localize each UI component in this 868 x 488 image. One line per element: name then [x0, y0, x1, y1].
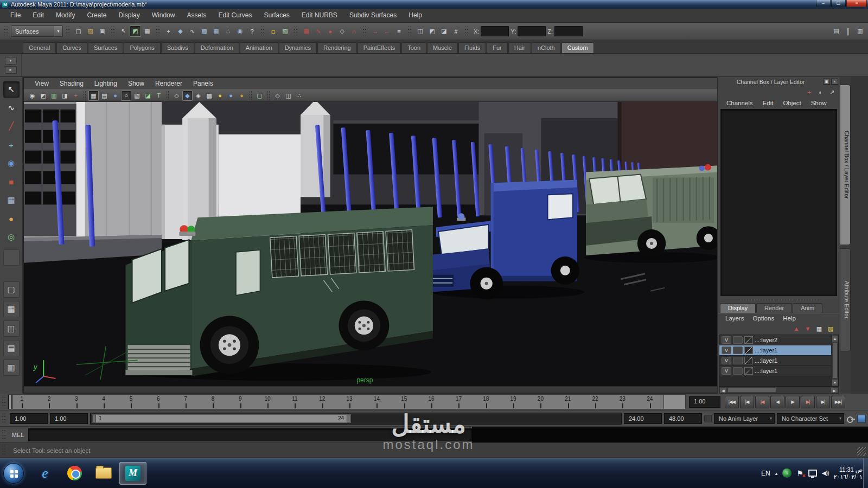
step-forward-frame-button[interactable]: ▶| [816, 396, 830, 408]
layer-editor-menu-item[interactable]: Help [778, 313, 800, 323]
layer-playback-toggle[interactable] [733, 367, 743, 375]
speed-control-icon[interactable]: ◐ [816, 88, 825, 97]
show-desktop-button[interactable] [863, 458, 868, 488]
hyperbolic-arrow-icon[interactable]: ↗ [827, 88, 837, 97]
scale-tool[interactable]: ■ [3, 174, 20, 190]
frame-tick[interactable]: 10 [254, 395, 281, 409]
viewport-menu-item[interactable]: Renderer [150, 78, 188, 89]
layer-playback-toggle[interactable] [733, 346, 743, 354]
shelf-tab[interactable]: Toon [401, 42, 426, 53]
menu-item[interactable]: Subdiv Surfaces [343, 9, 403, 22]
anim-layer-dropdown[interactable]: No Anim Layer ▾ [714, 413, 775, 424]
frame-tick[interactable]: 13 [336, 395, 363, 409]
maximize-button[interactable]: ▢ [831, 0, 846, 7]
shelf-tab[interactable]: Custom [561, 42, 594, 53]
open-render-view-icon[interactable]: ◫ [414, 25, 426, 37]
shelf-tab[interactable]: Polygons [124, 42, 160, 53]
move-layer-down-icon[interactable]: ▼ [803, 324, 813, 333]
shelf-tab[interactable]: Dynamics [279, 42, 317, 53]
manipulator-axis-icon[interactable]: + [805, 88, 814, 97]
volume-icon[interactable]: ◀)) [822, 470, 829, 477]
taskbar-ie[interactable]: e [31, 462, 59, 485]
menu-item[interactable]: Surfaces [258, 9, 296, 22]
time-slider[interactable]: 123456789101112131415161718192021222324 [8, 394, 664, 409]
tab-channel-box[interactable]: Channel Box / Layer Editor [840, 85, 851, 245]
save-scene-icon[interactable]: ▣ [97, 25, 108, 37]
frame-tick[interactable]: 21 [554, 395, 582, 409]
menu-item[interactable]: Assets [181, 9, 212, 22]
frame-tick[interactable]: 9 [227, 395, 254, 409]
mask-surfaces-icon[interactable]: ▩ [199, 25, 210, 37]
channel-list-area[interactable] [720, 109, 837, 296]
frame-tick[interactable]: 20 [527, 395, 554, 409]
mask-curves-icon[interactable]: ∿ [187, 25, 198, 37]
range-slider-track[interactable]: 1 24 [90, 413, 622, 425]
menu-item[interactable]: Edit Curves [212, 9, 258, 22]
viewport-menu-item[interactable]: Panels [188, 78, 219, 89]
snap-to-grids-icon[interactable]: ▦ [301, 25, 312, 37]
select-tool[interactable]: ↖ [3, 81, 20, 98]
mask-points-icon[interactable]: + [163, 25, 174, 37]
output-connections-icon[interactable]: ← [381, 25, 393, 37]
frame-tick[interactable]: 24 [636, 395, 663, 409]
action-center-icon[interactable]: ⚑× [796, 469, 803, 478]
layer-row[interactable]: V ...:layer1 [719, 366, 831, 376]
frame-tick[interactable]: 7 [172, 395, 199, 409]
shelf-tab[interactable]: General [23, 42, 56, 53]
render-current-frame-icon[interactable]: ◩ [426, 25, 438, 37]
toggle-attribute-editor-icon[interactable]: ▥ [854, 25, 866, 37]
menu-item[interactable]: File [4, 9, 27, 22]
playback-start-field[interactable]: 1.00 [10, 413, 48, 424]
panel-float-icon[interactable]: ▣ [823, 79, 830, 85]
new-layer-from-selected-icon[interactable]: ▧ [826, 324, 835, 333]
viewport-menu-item[interactable]: View [29, 78, 54, 89]
snap-to-curves-icon[interactable]: ∿ [312, 25, 324, 37]
playback-end-field[interactable]: 24.00 [624, 413, 662, 424]
xray-icon[interactable]: ◇ [272, 91, 283, 101]
bounding-box-icon[interactable]: ◈ [193, 91, 203, 101]
construction-history-icon[interactable]: ≡ [393, 25, 405, 37]
scroll-left-icon[interactable]: ◀ [719, 387, 727, 393]
minimize-button[interactable]: ‒ [816, 0, 831, 7]
safe-title-icon[interactable]: T [154, 91, 164, 101]
menu-item[interactable]: Window [146, 9, 181, 22]
channel-box-menu-item[interactable]: Edit [758, 98, 778, 108]
frame-tick[interactable]: 22 [582, 395, 609, 409]
camera-attributes-icon[interactable]: ◩ [38, 91, 48, 101]
soft-modification-tool[interactable]: ● [3, 210, 20, 227]
scroll-down-icon[interactable]: ▼ [832, 379, 838, 386]
layer-color-swatch[interactable] [744, 346, 753, 354]
mel-label[interactable]: MEL [8, 432, 28, 438]
layer-playback-toggle[interactable] [733, 336, 743, 344]
idm-icon[interactable]: ↓ [782, 468, 792, 478]
range-start-handle[interactable] [92, 415, 96, 422]
new-scene-icon[interactable]: ▢ [73, 25, 84, 37]
shelf-tab[interactable]: Muscle [427, 42, 458, 53]
selection-mask-selector[interactable]: Surfaces ▾ [11, 25, 63, 37]
layer-horizontal-scrollbar[interactable]: ◀ ▶ [719, 387, 839, 394]
layer-row[interactable]: V ...:layer2 [719, 335, 831, 345]
play-backwards-button[interactable]: ◀ [770, 396, 784, 408]
channel-box-menu-item[interactable]: Object [778, 98, 805, 108]
layer-vertical-scrollbar[interactable]: ▲ ▼ [831, 335, 838, 386]
mel-input[interactable] [28, 428, 472, 441]
step-back-frame-button[interactable]: |◀ [740, 396, 754, 408]
language-indicator[interactable]: EN [761, 470, 770, 477]
layout-hypershade[interactable]: ▥ [3, 359, 20, 376]
mask-deformations-icon[interactable]: ▦ [210, 25, 222, 37]
safe-action-icon[interactable]: ◪ [143, 91, 153, 101]
taskbar-maya[interactable]: M [119, 462, 146, 485]
shelf-tab-menu-icon[interactable]: ▾ [5, 57, 17, 65]
frame-tick[interactable]: 12 [309, 395, 336, 409]
shelf-tab[interactable]: Animation [240, 42, 278, 53]
frame-tick[interactable]: 14 [363, 395, 390, 409]
layer-editor-tab[interactable]: Display [720, 303, 756, 313]
shelf-tab[interactable]: Deformation [195, 42, 239, 53]
layer-editor-menu-item[interactable]: Options [749, 313, 779, 323]
share-view-icon[interactable]: ∴ [294, 91, 304, 101]
layer-editor-tab[interactable]: Anim [793, 303, 822, 313]
step-forward-key-button[interactable]: ▶| [801, 396, 815, 408]
shelf-tab[interactable]: Fur [487, 42, 508, 53]
image-plane-icon[interactable]: ◨ [60, 91, 70, 101]
select-camera-icon[interactable]: ◉ [27, 91, 37, 101]
